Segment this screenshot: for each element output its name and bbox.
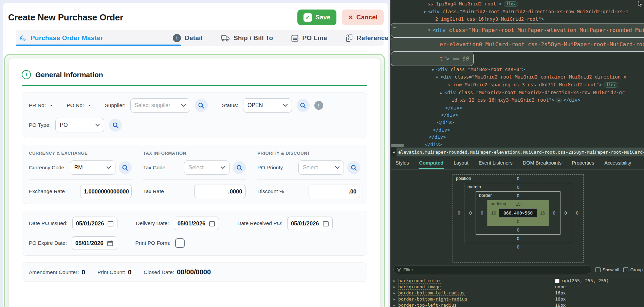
dom-node-line[interactable]: s-row MuiGrid2-spacing-xs-3 css-dkd71f-M… [391,81,644,89]
date-received-po-input[interactable]: 05/01/2026 [287,217,333,230]
currency-code-select[interactable]: RM [70,160,115,175]
po-header-box: PR No: - PO No: - Supplier: Select suppl… [22,92,367,138]
search-button[interactable] [119,161,132,174]
print-po-form-checkbox[interactable] [175,238,185,248]
css-property-row[interactable]: ▶background-imagenone [391,284,644,290]
save-button[interactable]: ✓ Save [297,10,336,25]
css-property-row[interactable]: ▶border-bottom-left-radius16px [391,290,644,296]
mouse-cursor-icon [638,1,643,7]
divider [143,180,246,180]
devtools-tab-properties[interactable]: Properties [572,156,594,169]
devtools-tab-styles[interactable]: Styles [395,156,409,169]
expand-arrow-icon[interactable]: ▶ [393,284,395,290]
calendar-icon [209,220,215,227]
filter-input[interactable]: Filter [393,265,591,274]
elements-tree[interactable]: ss-1pi8xg4-MuiGrid2-root">flex▼<div clas… [391,0,644,148]
devtools-panel: ss-1pi8xg4-MuiGrid2-root">flex▼<div clas… [390,0,644,307]
group-title: TAX INFORMATION [143,151,246,156]
tab-reference[interactable]: Reference [346,30,389,46]
chevron-down-icon [95,124,100,126]
box-model-border[interactable]: border 0 0 padding 15 16 [476,191,560,235]
dom-node-line[interactable]: ▼<div class="MuiGrid2-root MuiGrid2-cont… [391,73,644,81]
po-priority-label: PO Priority [257,165,295,171]
tab-ship-bill-to[interactable]: Ship / Bill To [221,30,273,46]
devtools-tab-computed[interactable]: Computed [419,156,444,169]
group-checkbox[interactable] [623,267,628,272]
search-button[interactable] [233,161,246,174]
dom-node-line[interactable]: </div> [391,141,644,148]
breadcrumb-back-button[interactable]: ◀ [391,148,397,156]
dom-node-line[interactable]: ▼<div class="MuiGrid2-root MuiGrid2-dire… [391,8,644,16]
dom-node-line[interactable]: </div> [391,134,644,141]
dom-node-line[interactable]: id-xs-12 css-16fnxy3-MuiGrid2-root">⋯</d… [391,97,644,104]
more-actions-icon[interactable]: ⋯ [393,23,397,31]
dom-node-line[interactable]: </div> [391,119,644,126]
dom-node-line[interactable]: t"> == $0 [391,52,474,66]
dom-node-line[interactable]: ▼<div class="MuiBox-root css-0"> [391,66,644,74]
po-expire-date-input[interactable]: 05/01/2026 [72,236,117,250]
tax-code-select[interactable]: Select [184,160,229,175]
po-type-search-button[interactable] [109,119,122,132]
box-model-content[interactable]: 866.400×560 [499,208,537,218]
general-information-card: i General Information PR No: - PO No: - [9,58,380,307]
search-button[interactable] [347,161,360,174]
group-tax-information: TAX INFORMATIONTax CodeSelectTax Rate.00… [143,151,246,198]
box-model-padding[interactable]: padding 15 16 866.400×560 16 0 [487,200,549,226]
status-select[interactable]: OPEN [243,98,292,113]
show-all-toggle[interactable]: Show all [595,267,619,272]
css-property-row[interactable]: ▶border-bottom-right-radius16px [391,296,644,302]
dom-node-line[interactable]: </div> [391,112,644,119]
pr-no-value: - [51,102,52,108]
horizontal-scrollbar[interactable] [391,144,404,147]
dom-node-line[interactable]: 2 imgGird1 css-16fnxy3-MuiGrid2-root"> [391,16,644,23]
cancel-button[interactable]: ✕ Cancel [342,10,384,25]
header-actions: ✓ Save ✕ Cancel [297,10,384,25]
chevron-down-icon [107,166,111,169]
discount-input[interactable]: .00 [309,185,360,198]
tax-rate-input[interactable]: .0000 [194,185,246,198]
box-model-margin[interactable]: margin 0 0 border 0 0 padding [464,183,572,243]
devtools-tab-event-listeners[interactable]: Event Listeners [479,156,513,169]
truck-icon [221,35,230,42]
dom-node-line[interactable]: </div> [391,104,644,112]
devtools-tab-accessibility[interactable]: Accessibility [604,156,631,169]
expand-arrow-icon[interactable]: ▶ [393,296,395,302]
dom-node-line[interactable]: ss-1pi8xg4-MuiGrid2-root">flex [391,0,644,8]
pr-no-label: PR No: [29,102,46,108]
dom-node-line[interactable]: er-elevation0 MuiCard-root css-2s58ym-Mu… [391,37,644,52]
delivery-date-input[interactable]: 05/01/2026 [174,217,219,230]
dom-node-line[interactable]: ⋯▼<div class="MuiPaper-root MuiPaper-ele… [391,23,644,37]
date-po-issued-input[interactable]: 05/01/2026 [72,217,118,230]
dom-node-line[interactable]: ▶<div class="MuiGrid2-root MuiGrid2-dire… [391,89,644,97]
expand-arrow-icon[interactable]: ▶ [393,290,395,296]
calendar-icon [323,220,329,227]
po-type-select[interactable]: PO [55,118,104,132]
tab-detail[interactable]: iDetail [173,30,203,46]
po-priority-select[interactable]: Select [298,160,344,175]
box-model-region: position 0 0 margin 0 0 border 0 [391,170,644,263]
tab-purchase-order-master[interactable]: Purchase Order Master [19,30,154,46]
devtools-tab-dom-breakpoints[interactable]: DOM Breakpoints [523,156,562,169]
dom-node-line[interactable]: </div> [391,126,644,134]
expand-arrow-icon[interactable]: ▶ [393,278,395,284]
expand-arrow-icon[interactable]: ▶ [393,302,395,307]
status-search-button[interactable] [297,99,310,112]
group-toggle[interactable]: Group [623,267,643,272]
po-no-label: PO No: [67,102,84,108]
devtools-tab-layout[interactable]: Layout [454,156,468,169]
breadcrumb-bar: ◀ elevation.MuiPaper-rounded.MuiPaper-el… [391,148,644,156]
computed-properties: ▶background-colorrgb(255, 255, 255)▶back… [391,276,644,307]
color-swatch [555,279,559,283]
css-property-row[interactable]: ▶border-top-left-radius16px [391,302,644,307]
css-property-row[interactable]: ▶background-colorrgb(255, 255, 255) [391,278,644,284]
computed-filter-bar: Filter Show all Group [391,263,644,276]
exchange-rate-input[interactable]: 1.0000000000000 [80,185,132,198]
box-model-position[interactable]: position 0 0 margin 0 0 border 0 [453,174,584,263]
breadcrumb[interactable]: elevation.MuiPaper-rounded.MuiPaper-elev… [398,150,644,155]
supplier-select[interactable]: Select supplier [130,98,190,113]
tab-po-line[interactable]: PO Line [291,30,327,46]
supplier-search-button[interactable] [195,99,208,112]
closed-date-label: Closed Date: [144,269,174,275]
print-count-label: Print Count: [97,269,125,275]
show-all-checkbox[interactable] [595,267,601,272]
